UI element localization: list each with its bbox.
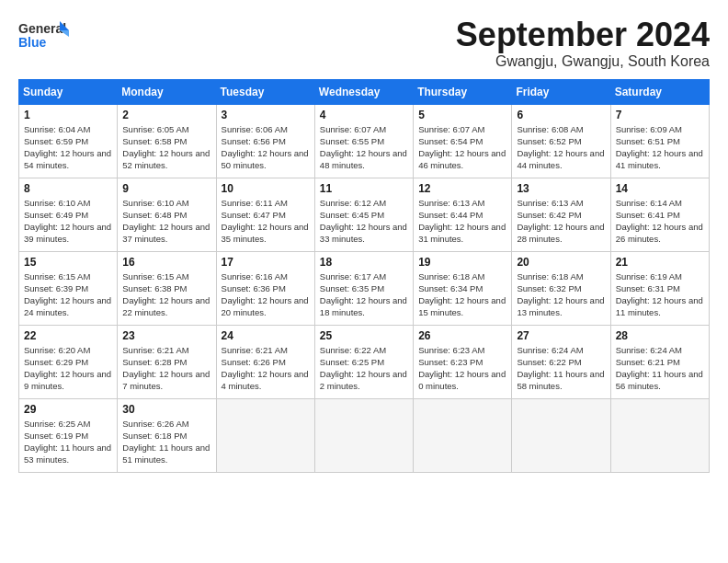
day-number: 25 — [320, 329, 408, 342]
day-number: 15 — [24, 256, 112, 269]
day-detail: Sunrise: 6:06 AMSunset: 6:56 PMDaylight:… — [222, 124, 309, 171]
day-detail: Sunrise: 6:24 AMSunset: 6:21 PMDaylight:… — [616, 345, 703, 392]
col-wednesday: Wednesday — [314, 79, 413, 104]
day-detail: Sunrise: 6:15 AMSunset: 6:39 PMDaylight:… — [24, 271, 111, 318]
day-cell: 27 Sunrise: 6:24 AMSunset: 6:22 PMDaylig… — [512, 325, 610, 398]
day-number: 24 — [222, 329, 310, 342]
day-number: 2 — [122, 109, 210, 121]
day-detail: Sunrise: 6:26 AMSunset: 6:18 PMDaylight:… — [122, 419, 210, 465]
day-detail: Sunrise: 6:13 AMSunset: 6:44 PMDaylight:… — [418, 198, 506, 245]
day-cell: 30 Sunrise: 6:26 AMSunset: 6:18 PMDaylig… — [118, 398, 216, 472]
day-detail: Sunrise: 6:12 AMSunset: 6:45 PMDaylight:… — [320, 198, 407, 245]
day-detail: Sunrise: 6:18 AMSunset: 6:34 PMDaylight:… — [418, 271, 506, 318]
day-number: 13 — [517, 182, 605, 195]
col-monday: Monday — [118, 79, 216, 104]
day-detail: Sunrise: 6:05 AMSunset: 6:58 PMDaylight:… — [122, 124, 210, 171]
day-cell: 8 Sunrise: 6:10 AMSunset: 6:49 PMDayligh… — [19, 178, 118, 251]
day-cell: 13 Sunrise: 6:13 AMSunset: 6:42 PMDaylig… — [512, 178, 610, 251]
day-detail: Sunrise: 6:19 AMSunset: 6:31 PMDaylight:… — [616, 271, 703, 318]
day-detail: Sunrise: 6:08 AMSunset: 6:52 PMDaylight:… — [517, 124, 604, 171]
day-cell: 17 Sunrise: 6:16 AMSunset: 6:36 PMDaylig… — [216, 251, 314, 325]
day-detail: Sunrise: 6:10 AMSunset: 6:49 PMDaylight:… — [24, 198, 111, 245]
day-number: 26 — [418, 329, 506, 342]
day-detail: Sunrise: 6:25 AMSunset: 6:19 PMDaylight:… — [24, 419, 111, 465]
col-sunday: Sunday — [19, 79, 118, 104]
empty-cell — [314, 398, 413, 472]
day-cell: 29 Sunrise: 6:25 AMSunset: 6:19 PMDaylig… — [19, 398, 118, 472]
day-cell: 10 Sunrise: 6:11 AMSunset: 6:47 PMDaylig… — [216, 178, 314, 251]
day-cell: 9 Sunrise: 6:10 AMSunset: 6:48 PMDayligh… — [118, 178, 216, 251]
day-detail: Sunrise: 6:09 AMSunset: 6:51 PMDaylight:… — [616, 124, 703, 171]
day-number: 21 — [616, 256, 704, 269]
day-cell: 3 Sunrise: 6:06 AMSunset: 6:56 PMDayligh… — [216, 104, 314, 178]
day-cell: 6 Sunrise: 6:08 AMSunset: 6:52 PMDayligh… — [512, 104, 610, 178]
day-cell: 1 Sunrise: 6:04 AMSunset: 6:59 PMDayligh… — [19, 104, 118, 178]
day-number: 4 — [320, 109, 408, 121]
day-number: 10 — [222, 182, 310, 195]
day-number: 3 — [222, 109, 310, 121]
day-number: 16 — [122, 256, 210, 269]
day-cell: 22 Sunrise: 6:20 AMSunset: 6:29 PMDaylig… — [19, 325, 118, 398]
day-cell: 15 Sunrise: 6:15 AMSunset: 6:39 PMDaylig… — [19, 251, 118, 325]
day-number: 28 — [616, 329, 704, 342]
day-cell: 18 Sunrise: 6:17 AMSunset: 6:35 PMDaylig… — [314, 251, 413, 325]
logo: General Blue — [18, 17, 69, 53]
day-detail: Sunrise: 6:21 AMSunset: 6:26 PMDaylight:… — [222, 345, 309, 392]
title-section: September 2024 Gwangju, Gwangju, South K… — [456, 17, 710, 70]
day-number: 18 — [320, 256, 408, 269]
calendar-header-row: Sunday Monday Tuesday Wednesday Thursday… — [19, 79, 710, 104]
day-number: 11 — [320, 182, 408, 195]
day-cell: 5 Sunrise: 6:07 AMSunset: 6:54 PMDayligh… — [414, 104, 512, 178]
day-cell: 25 Sunrise: 6:22 AMSunset: 6:25 PMDaylig… — [314, 325, 413, 398]
day-detail: Sunrise: 6:07 AMSunset: 6:55 PMDaylight:… — [320, 124, 407, 171]
empty-cell — [610, 398, 709, 472]
day-number: 17 — [222, 256, 310, 269]
day-detail: Sunrise: 6:16 AMSunset: 6:36 PMDaylight:… — [222, 271, 309, 318]
day-number: 23 — [122, 329, 210, 342]
day-number: 5 — [418, 109, 506, 121]
day-detail: Sunrise: 6:23 AMSunset: 6:23 PMDaylight:… — [418, 345, 506, 392]
day-number: 1 — [24, 109, 112, 121]
day-detail: Sunrise: 6:13 AMSunset: 6:42 PMDaylight:… — [517, 198, 604, 245]
day-detail: Sunrise: 6:18 AMSunset: 6:32 PMDaylight:… — [517, 271, 604, 318]
day-number: 22 — [24, 329, 112, 342]
day-number: 9 — [122, 182, 210, 195]
day-cell: 4 Sunrise: 6:07 AMSunset: 6:55 PMDayligh… — [314, 104, 413, 178]
day-number: 20 — [517, 256, 605, 269]
day-number: 8 — [24, 182, 112, 195]
calendar-week-row: 29 Sunrise: 6:25 AMSunset: 6:19 PMDaylig… — [19, 398, 710, 472]
day-number: 12 — [418, 182, 506, 195]
calendar-page: General Blue September 2024 Gwangju, Gwa… — [0, 0, 728, 563]
day-cell: 16 Sunrise: 6:15 AMSunset: 6:38 PMDaylig… — [118, 251, 216, 325]
day-detail: Sunrise: 6:20 AMSunset: 6:29 PMDaylight:… — [24, 345, 111, 392]
col-thursday: Thursday — [414, 79, 512, 104]
day-cell: 7 Sunrise: 6:09 AMSunset: 6:51 PMDayligh… — [610, 104, 709, 178]
day-cell: 14 Sunrise: 6:14 AMSunset: 6:41 PMDaylig… — [610, 178, 709, 251]
day-detail: Sunrise: 6:22 AMSunset: 6:25 PMDaylight:… — [320, 345, 407, 392]
month-title: September 2024 — [456, 17, 710, 53]
day-cell: 20 Sunrise: 6:18 AMSunset: 6:32 PMDaylig… — [512, 251, 610, 325]
col-saturday: Saturday — [610, 79, 709, 104]
col-friday: Friday — [512, 79, 610, 104]
day-cell: 2 Sunrise: 6:05 AMSunset: 6:58 PMDayligh… — [118, 104, 216, 178]
logo-svg: General Blue — [18, 17, 69, 53]
col-tuesday: Tuesday — [216, 79, 314, 104]
calendar-week-row: 22 Sunrise: 6:20 AMSunset: 6:29 PMDaylig… — [19, 325, 710, 398]
day-number: 27 — [517, 329, 605, 342]
svg-text:General: General — [18, 21, 66, 36]
day-detail: Sunrise: 6:17 AMSunset: 6:35 PMDaylight:… — [320, 271, 407, 318]
page-header: General Blue September 2024 Gwangju, Gwa… — [18, 17, 710, 70]
day-number: 19 — [418, 256, 506, 269]
day-detail: Sunrise: 6:15 AMSunset: 6:38 PMDaylight:… — [122, 271, 210, 318]
day-detail: Sunrise: 6:07 AMSunset: 6:54 PMDaylight:… — [418, 124, 506, 171]
day-detail: Sunrise: 6:04 AMSunset: 6:59 PMDaylight:… — [24, 124, 111, 171]
calendar-week-row: 15 Sunrise: 6:15 AMSunset: 6:39 PMDaylig… — [19, 251, 710, 325]
day-number: 6 — [517, 109, 605, 121]
day-number: 14 — [616, 182, 704, 195]
location: Gwangju, Gwangju, South Korea — [456, 53, 710, 70]
empty-cell — [414, 398, 512, 472]
empty-cell — [512, 398, 610, 472]
day-cell: 12 Sunrise: 6:13 AMSunset: 6:44 PMDaylig… — [414, 178, 512, 251]
day-cell: 19 Sunrise: 6:18 AMSunset: 6:34 PMDaylig… — [414, 251, 512, 325]
svg-text:Blue: Blue — [18, 35, 47, 50]
